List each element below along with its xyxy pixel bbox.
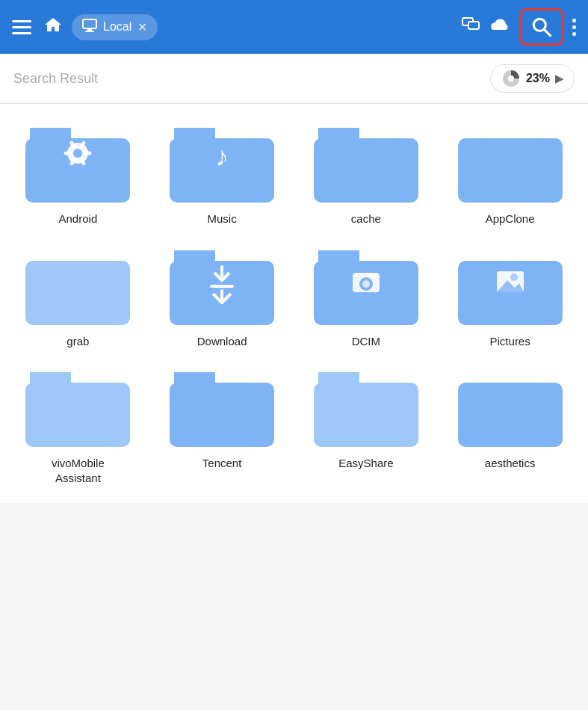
- folder-label-vivomobile: vivoMobile Assistant: [52, 456, 105, 485]
- tab-label: Local: [103, 20, 131, 34]
- svg-line-15: [72, 160, 74, 164]
- svg-rect-44: [170, 383, 274, 447]
- local-tab[interactable]: Local ✕: [72, 14, 158, 40]
- search-button[interactable]: [520, 8, 563, 46]
- svg-rect-32: [314, 261, 418, 325]
- storage-badge[interactable]: 23% ▶: [490, 64, 575, 93]
- folder-icon-aesthetics: [458, 369, 563, 450]
- svg-rect-47: [458, 383, 563, 447]
- svg-rect-4: [468, 22, 479, 29]
- svg-line-17: [72, 143, 74, 146]
- folder-item-appclone[interactable]: AppClone: [439, 116, 581, 232]
- folder-item-android[interactable]: Android: [7, 116, 149, 232]
- svg-rect-36: [369, 274, 377, 278]
- folder-label-grab: grab: [66, 334, 89, 349]
- hamburger-line-1: [12, 20, 31, 22]
- folder-item-dcim[interactable]: DCIM: [296, 238, 437, 355]
- folder-icon-tencent: [170, 369, 274, 450]
- folder-icon-vivomobile: [25, 369, 130, 450]
- svg-rect-25: [25, 261, 130, 325]
- folder-item-pictures[interactable]: Pictures: [439, 238, 581, 355]
- chevron-right-icon: ▶: [555, 72, 563, 84]
- folder-icon-cache: [314, 125, 418, 206]
- svg-rect-2: [85, 31, 94, 32]
- folder-item-grab[interactable]: grab: [7, 238, 149, 355]
- svg-rect-23: [314, 138, 418, 203]
- svg-point-40: [510, 274, 518, 281]
- folder-item-download[interactable]: Download: [152, 238, 293, 355]
- folder-icon-pictures: [458, 247, 563, 328]
- tab-close-button[interactable]: ✕: [137, 20, 147, 34]
- folder-label-pictures: Pictures: [490, 334, 530, 349]
- svg-line-6: [545, 30, 551, 36]
- folder-label-android: Android: [59, 212, 98, 226]
- folder-label-tencent: Tencent: [202, 456, 242, 471]
- svg-line-14: [81, 160, 84, 164]
- app-header: Local ✕: [0, 0, 588, 54]
- hamburger-line-3: [12, 32, 31, 34]
- svg-line-18: [81, 143, 84, 146]
- folder-icon-android: [25, 125, 130, 206]
- folder-item-cache[interactable]: cache: [296, 116, 437, 232]
- cloud-icon[interactable]: [489, 17, 511, 37]
- folder-label-cache: cache: [351, 212, 381, 226]
- hamburger-line-2: [12, 26, 31, 28]
- folder-label-easyshare: EasyShare: [338, 456, 393, 471]
- subheader-bar: Search Result 23% ▶: [0, 54, 588, 104]
- svg-rect-42: [25, 383, 130, 447]
- folder-item-easyshare[interactable]: EasyShare: [296, 360, 437, 491]
- folder-icon-music: ♪: [170, 125, 274, 206]
- svg-point-8: [508, 75, 514, 81]
- home-icon[interactable]: [43, 16, 63, 37]
- multi-window-icon[interactable]: [462, 17, 480, 37]
- svg-text:♪: ♪: [215, 141, 229, 172]
- svg-point-35: [362, 280, 370, 288]
- folder-icon-easyshare: [314, 369, 418, 450]
- folder-item-vivomobile[interactable]: vivoMobile Assistant: [7, 360, 149, 491]
- dot-3: [572, 32, 576, 36]
- folder-grid: Android ♪ Music cache AppClone grab Down…: [0, 104, 588, 503]
- folder-icon-appclone: [458, 125, 563, 206]
- dot-2: [572, 25, 576, 29]
- folder-item-tencent[interactable]: Tencent: [152, 360, 293, 491]
- folder-icon-dcim: [314, 247, 418, 328]
- svg-point-12: [73, 149, 82, 158]
- storage-percent-label: 23%: [526, 72, 550, 85]
- folder-icon-download: [170, 247, 274, 328]
- hamburger-menu[interactable]: [12, 20, 31, 34]
- svg-rect-0: [83, 19, 96, 28]
- search-result-label: Search Result: [13, 71, 490, 87]
- dot-1: [572, 19, 576, 22]
- pie-chart-icon: [501, 69, 521, 88]
- svg-rect-24: [458, 138, 563, 203]
- monitor-icon: [82, 19, 97, 36]
- folder-icon-grab: [25, 247, 130, 328]
- svg-rect-46: [314, 383, 418, 447]
- svg-rect-37: [458, 261, 563, 325]
- folder-label-music: Music: [208, 212, 237, 226]
- folder-label-dcim: DCIM: [352, 334, 380, 349]
- svg-rect-1: [87, 28, 92, 31]
- folder-label-download: Download: [197, 334, 247, 349]
- folder-label-aesthetics: aesthetics: [485, 456, 536, 471]
- folder-item-music[interactable]: ♪ Music: [152, 116, 293, 232]
- folder-label-appclone: AppClone: [486, 212, 535, 226]
- more-options-button[interactable]: [572, 19, 576, 36]
- folder-item-aesthetics[interactable]: aesthetics: [439, 360, 581, 491]
